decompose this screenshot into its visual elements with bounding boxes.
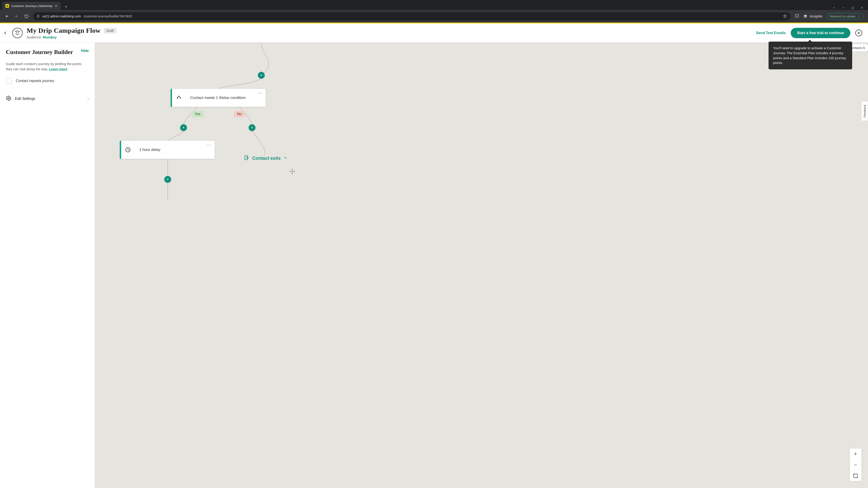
- svg-point-9: [804, 16, 805, 18]
- journey-canvas[interactable]: ontacts b + Contact meets 1 if/else cond…: [95, 42, 868, 488]
- sidebar: Customer Journey Builder Hide Guide each…: [0, 42, 95, 488]
- condition-node-menu-icon[interactable]: ⋮: [257, 91, 262, 95]
- svg-rect-19: [854, 474, 858, 478]
- nav-forward-button[interactable]: [13, 13, 20, 20]
- flow-connectors: [95, 42, 868, 488]
- browser-nav-row: us21.admin.mailchimp.com/customer-journe…: [0, 10, 868, 23]
- tabs-dropdown-icon[interactable]: [832, 6, 835, 10]
- favicon-mailchimp: M: [5, 4, 9, 8]
- sidebar-description-text: Guide each contact's journey by plotting…: [6, 62, 82, 71]
- svg-rect-8: [796, 14, 798, 17]
- learn-more-link[interactable]: Learn more: [49, 67, 68, 71]
- svg-rect-17: [245, 156, 248, 160]
- tab-title: Customer Journeys | Mailchimp: [11, 4, 53, 8]
- add-step-button-bottom[interactable]: +: [164, 176, 171, 183]
- svg-point-15: [8, 98, 9, 99]
- address-bar[interactable]: us21.admin.mailchimp.com/customer-journe…: [33, 12, 790, 20]
- delay-node-menu-icon[interactable]: ⋮: [207, 143, 212, 147]
- svg-rect-6: [37, 16, 39, 17]
- relaunch-label: Relaunch to update: [830, 15, 855, 18]
- send-test-emails-link[interactable]: Send Test Emails: [756, 31, 786, 35]
- mailchimp-app: My Drip Campaign Flow Draft Audience: Mo…: [0, 23, 868, 488]
- repeat-journey-checkbox[interactable]: [6, 78, 12, 84]
- window-close-icon[interactable]: [860, 6, 864, 10]
- delay-node[interactable]: 1 hour delay ⋮: [120, 141, 215, 159]
- window-minimize-icon[interactable]: [842, 6, 845, 10]
- window-controls: [832, 6, 868, 10]
- chevron-down-icon: [283, 156, 287, 161]
- mailchimp-logo[interactable]: [12, 28, 23, 38]
- edit-settings-label: Edit Settings: [15, 97, 35, 101]
- status-badge: Draft: [104, 28, 117, 33]
- url-path: /customer-journey/builder?id=3632: [84, 14, 132, 18]
- window-maximize-icon[interactable]: [851, 6, 854, 10]
- zoom-out-button[interactable]: −: [850, 459, 862, 470]
- zoom-panel: + −: [849, 448, 862, 481]
- delay-node-label: 1 hour delay: [135, 142, 215, 157]
- branch-yes-label: Yes: [191, 111, 204, 118]
- condition-node[interactable]: Contact meets 1 if/else condition ⋮: [170, 89, 266, 107]
- sidebar-title: Customer Journey Builder: [6, 49, 73, 56]
- condition-node-label: Contact meets 1 if/else condition: [186, 91, 266, 105]
- title-block: My Drip Campaign Flow Draft Audience: Mo…: [27, 27, 116, 39]
- add-step-button-top[interactable]: +: [258, 72, 265, 78]
- zoom-fit-button[interactable]: [850, 470, 862, 481]
- upgrade-tooltip: You'll need to upgrade to activate a Cus…: [769, 41, 852, 69]
- add-step-button-no[interactable]: +: [249, 124, 255, 131]
- extensions-icon[interactable]: [795, 14, 799, 19]
- audience-name-link[interactable]: Moodjoy: [43, 35, 57, 39]
- lock-icon: [37, 14, 40, 18]
- audience-label: Audience:: [27, 35, 42, 39]
- hide-sidebar-link[interactable]: Hide: [81, 49, 89, 53]
- kebab-icon: ⋮: [857, 15, 860, 18]
- repeat-journey-label: Contact repeats journey: [16, 79, 54, 83]
- svg-point-12: [18, 32, 19, 33]
- chrome-right-cluster: Incognito Relaunch to update ⋮: [794, 13, 865, 20]
- feedback-tab[interactable]: Feedback: [862, 101, 868, 121]
- svg-rect-1: [852, 7, 854, 9]
- audience-row: Audience: Moodjoy: [27, 35, 116, 39]
- exit-icon: [244, 155, 250, 162]
- new-tab-button[interactable]: +: [63, 4, 69, 10]
- repeat-journey-row[interactable]: Contact repeats journey: [6, 78, 89, 84]
- add-step-button-yes[interactable]: +: [180, 124, 187, 131]
- bookmark-star-icon[interactable]: [783, 14, 787, 19]
- nav-back-button[interactable]: [3, 13, 10, 20]
- browser-tab[interactable]: M Customer Journeys | Mailchimp ✕: [2, 2, 61, 10]
- zoom-in-button[interactable]: +: [850, 449, 862, 459]
- branch-icon: [172, 89, 186, 107]
- header-actions: Send Test Emails Start a free trial to c…: [756, 28, 862, 38]
- close-button[interactable]: [855, 30, 862, 36]
- edit-settings-row[interactable]: Edit Settings ›: [6, 93, 89, 105]
- svg-marker-7: [784, 14, 786, 18]
- app-body: Customer Journey Builder Hide Guide each…: [0, 42, 868, 488]
- contact-exits-label: Contact exits: [252, 156, 281, 161]
- contact-exits-action[interactable]: Contact exits: [244, 155, 287, 162]
- nav-reload-button[interactable]: [23, 13, 30, 20]
- svg-point-10: [806, 16, 807, 18]
- app-header: My Drip Campaign Flow Draft Audience: Mo…: [0, 24, 868, 42]
- page-title: My Drip Campaign Flow: [27, 27, 101, 34]
- gear-icon: [6, 96, 11, 102]
- url-host: us21.admin.mailchimp.com: [42, 14, 81, 18]
- browser-chrome: M Customer Journeys | Mailchimp ✕ +: [0, 0, 868, 23]
- branch-no-label: No: [234, 111, 245, 118]
- svg-point-11: [16, 32, 17, 33]
- back-button[interactable]: [3, 30, 8, 36]
- clock-icon: [121, 141, 135, 159]
- start-trial-button[interactable]: Start a free trial to continue: [791, 28, 850, 38]
- chevron-right-icon: ›: [88, 96, 89, 101]
- tab-close-icon[interactable]: ✕: [55, 4, 57, 8]
- relaunch-button[interactable]: Relaunch to update ⋮: [827, 13, 864, 20]
- incognito-indicator[interactable]: Incognito: [803, 14, 822, 19]
- move-cursor-icon: [289, 168, 295, 175]
- sidebar-description: Guide each contact's journey by plotting…: [6, 61, 89, 72]
- tab-strip: M Customer Journeys | Mailchimp ✕ +: [0, 0, 868, 10]
- incognito-label: Incognito: [809, 14, 822, 18]
